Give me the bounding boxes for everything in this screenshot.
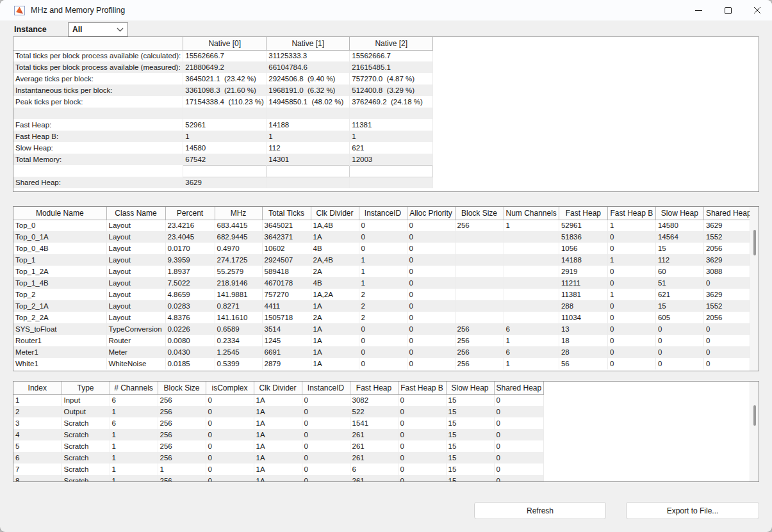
column-header[interactable]: InstanceID bbox=[302, 382, 350, 394]
close-button[interactable] bbox=[743, 0, 772, 20]
column-header[interactable]: Shared Heap bbox=[494, 382, 544, 394]
table-cell: 621 bbox=[655, 289, 703, 300]
table-row[interactable]: 8Scratch125601A02610150 bbox=[13, 475, 544, 482]
table-cell: 0 bbox=[494, 429, 544, 440]
column-header[interactable]: Type bbox=[62, 382, 110, 394]
table-row[interactable]: 4Scratch125601A02610150 bbox=[13, 429, 544, 440]
export-to-file-button[interactable]: Export to File... bbox=[626, 502, 759, 519]
table-cell: 0 bbox=[407, 243, 455, 254]
maximize-button[interactable] bbox=[713, 0, 743, 20]
table-cell: 1A bbox=[311, 323, 359, 335]
table-cell: 67542 bbox=[183, 154, 267, 165]
table-row[interactable]: Fast Heap:529611418811381 bbox=[13, 119, 433, 131]
table-row[interactable]: Peak ticks per block:17154338.4 (110.23 … bbox=[13, 96, 433, 108]
column-header[interactable] bbox=[13, 37, 183, 50]
table-row[interactable]: Total ticks per block process available … bbox=[13, 61, 433, 73]
table-cell: 1541 bbox=[350, 417, 398, 429]
column-header[interactable]: MHz bbox=[215, 207, 262, 220]
table-cell: 15 bbox=[446, 475, 494, 482]
column-header[interactable]: Clk Divider bbox=[254, 382, 302, 394]
column-header[interactable]: Alloc Priority bbox=[407, 207, 455, 220]
table-cell: 682.9445 bbox=[215, 231, 262, 243]
table-cell: 605 bbox=[655, 312, 703, 323]
refresh-button[interactable]: Refresh bbox=[474, 502, 606, 519]
module-table-scrollbar[interactable] bbox=[750, 207, 759, 371]
table-row[interactable]: Top_2_2ALayout4.8376141.161015057182A201… bbox=[13, 312, 753, 323]
column-header[interactable]: # Channels bbox=[110, 382, 158, 394]
table-row[interactable]: Router1Router0.00800.233412451A002561180… bbox=[13, 335, 753, 346]
table-row[interactable]: 7Scratch1101A060150 bbox=[13, 463, 544, 475]
column-header[interactable]: Percent bbox=[165, 207, 215, 220]
table-row[interactable]: Average ticks per block:3645021.1 (23.42… bbox=[13, 73, 433, 85]
table-row[interactable]: Shared Heap:3629 bbox=[13, 177, 433, 188]
column-header[interactable]: Block Size bbox=[158, 382, 206, 394]
table-row[interactable]: 5Scratch125601A02610150 bbox=[13, 440, 544, 452]
column-header[interactable]: Fast Heap B bbox=[398, 382, 446, 394]
column-header[interactable]: Native [1] bbox=[267, 37, 350, 50]
column-header[interactable]: isComplex bbox=[206, 382, 254, 394]
table-row[interactable]: SYS_toFloatTypeConversion0.02260.6589351… bbox=[13, 323, 753, 335]
instance-dropdown[interactable]: All bbox=[68, 22, 128, 36]
table-cell bbox=[504, 266, 559, 277]
table-cell: 1 bbox=[350, 131, 433, 142]
column-header[interactable]: Class Name bbox=[106, 207, 165, 220]
table-row[interactable]: 1Input625601A030820150 bbox=[13, 394, 544, 406]
table-cell: Top_0_1A bbox=[13, 231, 106, 243]
table-cell: 757270.0 (4.87 %) bbox=[350, 73, 433, 85]
table-cell: Scratch bbox=[62, 440, 110, 452]
table-cell: 0 bbox=[494, 463, 544, 475]
table-cell: 0 bbox=[407, 346, 455, 358]
column-header[interactable]: Shared Heap bbox=[703, 207, 753, 220]
table-cell: 621 bbox=[350, 142, 433, 154]
column-header[interactable]: Module Name bbox=[13, 207, 106, 220]
table-cell: 9.3959 bbox=[165, 254, 215, 266]
table-cell: 12003 bbox=[350, 154, 433, 165]
table-row[interactable]: Instantaneous ticks per block:3361098.3 … bbox=[13, 85, 433, 96]
column-header[interactable]: Fast Heap B bbox=[607, 207, 655, 220]
table-row[interactable]: Top_2_1ALayout0.02830.827144111A20288015… bbox=[13, 300, 753, 312]
column-header[interactable]: Native [0] bbox=[183, 37, 267, 50]
table-row[interactable]: 3Scratch625601A015410150 bbox=[13, 417, 544, 429]
column-header[interactable]: Slow Heap bbox=[446, 382, 494, 394]
table-cell: 1A bbox=[311, 335, 359, 346]
table-row[interactable]: Top_2Layout4.8659141.98817572701A,2A2011… bbox=[13, 289, 753, 300]
column-header[interactable]: Clk Divider bbox=[311, 207, 359, 220]
table-row[interactable]: Fast Heap B:111 bbox=[13, 131, 433, 142]
table-row[interactable]: Total Memory:675421430112003 bbox=[13, 154, 433, 165]
table-cell: 1A,4B bbox=[311, 220, 359, 231]
column-header[interactable]: Fast Heap bbox=[350, 382, 398, 394]
table-cell: Top_0_4B bbox=[13, 243, 106, 254]
column-header[interactable]: Slow Heap bbox=[655, 207, 703, 220]
table-row[interactable]: Top_0_4BLayout0.01700.4970106024B0010560… bbox=[13, 243, 753, 254]
column-header[interactable]: Fast Heap bbox=[559, 207, 607, 220]
table-cell bbox=[13, 108, 183, 119]
column-header[interactable]: InstanceID bbox=[359, 207, 407, 220]
table-row[interactable]: Total ticks per block process available … bbox=[13, 50, 433, 61]
column-header[interactable]: Index bbox=[13, 382, 62, 394]
table-row[interactable]: White1WhiteNoise0.01850.539928791A002561… bbox=[13, 358, 753, 369]
table-cell: 7 bbox=[13, 463, 62, 475]
table-cell: 0 bbox=[655, 358, 703, 369]
table-row[interactable]: Meter1Meter0.04301.254566911A00256628000 bbox=[13, 346, 753, 358]
table-row[interactable]: Top_1Layout9.3959274.172529245072A,4B101… bbox=[13, 254, 753, 266]
table-row[interactable]: Slow Heap:14580112621 bbox=[13, 142, 433, 154]
column-header[interactable]: Native [2] bbox=[350, 37, 433, 50]
table-row[interactable]: 2Output125601A05220150 bbox=[13, 406, 544, 417]
table-row[interactable]: Top_1_4BLayout7.5022218.914646701784B101… bbox=[13, 277, 753, 289]
table-cell: 1A,2A bbox=[311, 289, 359, 300]
table-cell: 4B bbox=[311, 277, 359, 289]
table-row[interactable] bbox=[13, 108, 433, 119]
minimize-button[interactable] bbox=[684, 0, 713, 20]
buffer-scrollbar-thumb[interactable] bbox=[753, 405, 756, 426]
table-row[interactable]: Top_1_2ALayout1.893755.25795894182A10291… bbox=[13, 266, 753, 277]
column-header[interactable]: Block Size bbox=[455, 207, 504, 220]
table-row[interactable]: 6Scratch125601A02610150 bbox=[13, 452, 544, 463]
table-row[interactable]: Top_0Layout23.4216683.441536450211A,4B00… bbox=[13, 220, 753, 231]
table-row[interactable] bbox=[13, 165, 433, 177]
column-header[interactable]: Num Channels bbox=[504, 207, 559, 220]
table-cell: 589418 bbox=[262, 266, 311, 277]
table-row[interactable]: Top_0_1ALayout23.4045682.944536423711A00… bbox=[13, 231, 753, 243]
buffer-table-scrollbar[interactable] bbox=[750, 382, 759, 481]
module-scrollbar-thumb[interactable] bbox=[753, 230, 756, 255]
column-header[interactable]: Total Ticks bbox=[262, 207, 311, 220]
